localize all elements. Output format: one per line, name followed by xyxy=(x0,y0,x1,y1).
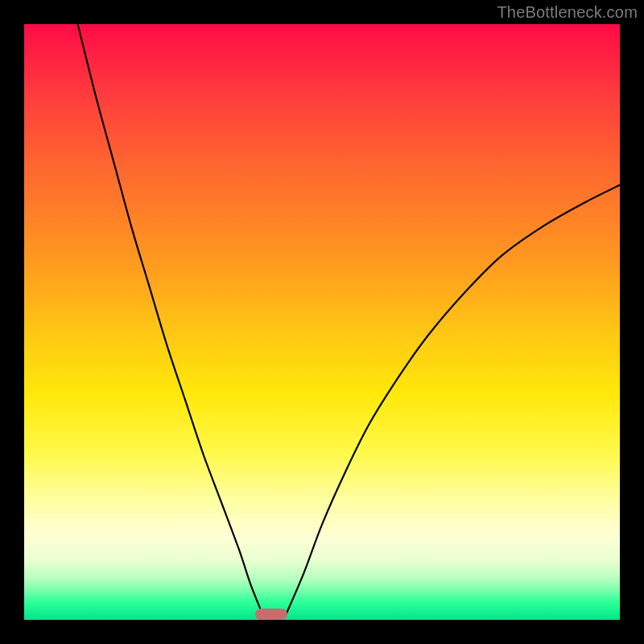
optimal-range-marker xyxy=(255,609,288,620)
curve-left-branch xyxy=(78,24,262,614)
bottleneck-curve xyxy=(24,24,620,620)
watermark-text: TheBottleneck.com xyxy=(497,3,638,22)
plot-area xyxy=(24,24,620,620)
chart-frame: TheBottleneck.com xyxy=(0,0,644,644)
curve-right-branch xyxy=(287,185,620,614)
